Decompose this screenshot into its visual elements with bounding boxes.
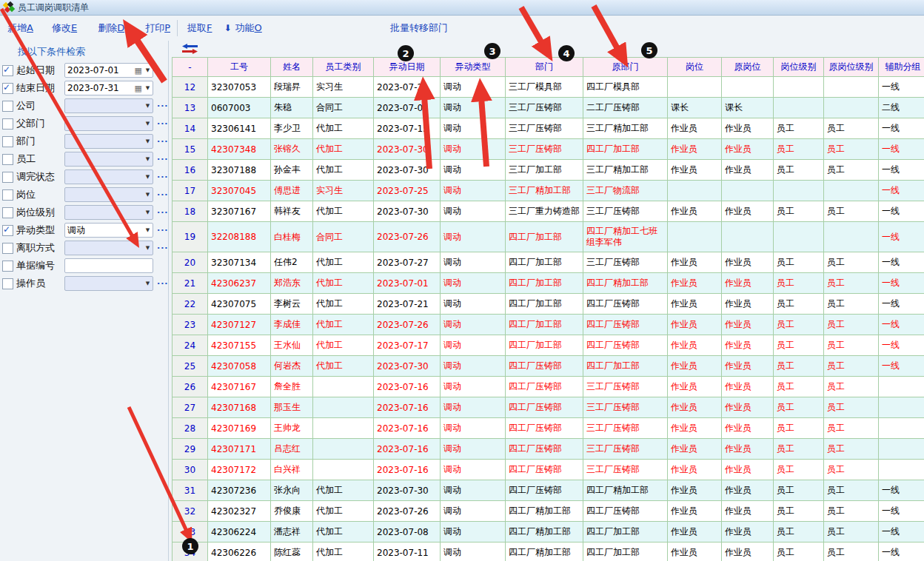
cell[interactable]: 员工 bbox=[824, 501, 879, 522]
cell[interactable]: 代加工 bbox=[313, 522, 374, 542]
filter-combo[interactable]: ▼ bbox=[64, 241, 153, 255]
cell[interactable] bbox=[879, 418, 924, 439]
cell[interactable]: 调动 bbox=[441, 335, 506, 356]
cell[interactable]: 42306237 bbox=[208, 273, 271, 294]
cell[interactable]: 张永向 bbox=[271, 480, 313, 501]
cell[interactable]: 三工厂压铸部 bbox=[506, 139, 583, 160]
cell[interactable]: 42302327 bbox=[208, 501, 271, 522]
filter-combo[interactable]: ▼ bbox=[64, 276, 153, 291]
cell[interactable]: 三工厂精加工部 bbox=[583, 160, 668, 181]
table-row[interactable]: 2342307127李成佳代加工2023-07-26调动四工厂加工部四工厂压铸部… bbox=[173, 315, 924, 335]
dropdown-arrow-icon[interactable]: ▼ bbox=[143, 85, 153, 91]
dropdown-arrow-icon[interactable]: ▼ bbox=[143, 138, 153, 144]
cell[interactable] bbox=[668, 222, 722, 252]
cell[interactable]: 三工厂加工部 bbox=[506, 160, 583, 181]
filter-checkbox[interactable] bbox=[2, 101, 13, 112]
cell[interactable]: 作业员 bbox=[668, 139, 722, 160]
cell[interactable] bbox=[722, 77, 774, 98]
cell[interactable]: 段瑞昇 bbox=[271, 77, 313, 98]
cell[interactable]: 作业员 bbox=[668, 294, 722, 315]
cell[interactable]: 2023-07-21 bbox=[374, 294, 441, 315]
cell[interactable]: 2023-07-21 bbox=[374, 77, 441, 98]
cell[interactable]: 作业员 bbox=[668, 377, 722, 397]
cell[interactable] bbox=[824, 181, 879, 201]
cell[interactable]: 代加工 bbox=[313, 118, 374, 139]
cell[interactable]: 作业员 bbox=[722, 480, 774, 501]
column-header[interactable]: 原岗位 bbox=[722, 58, 774, 77]
cell[interactable]: 课长 bbox=[668, 98, 722, 118]
cell[interactable]: 实习生 bbox=[313, 181, 374, 201]
cell[interactable]: 代加工 bbox=[313, 315, 374, 335]
filter-combo[interactable]: ▼ bbox=[64, 187, 153, 202]
cell[interactable]: 四工厂精加工部 bbox=[506, 522, 583, 542]
cell[interactable]: 2023-07-16 bbox=[374, 418, 441, 439]
cell[interactable]: 员工 bbox=[774, 273, 824, 294]
cell[interactable]: 三工厂压铸部 bbox=[583, 439, 668, 460]
column-header[interactable]: 岗位级别 bbox=[774, 58, 824, 77]
cell[interactable]: 员工 bbox=[774, 252, 824, 273]
cell[interactable]: 调动 bbox=[441, 222, 506, 252]
cell[interactable]: 员工 bbox=[774, 542, 824, 561]
cell[interactable] bbox=[824, 98, 879, 118]
cell[interactable]: 三工厂压铸部 bbox=[583, 201, 668, 222]
cell[interactable]: 42306224 bbox=[208, 522, 271, 542]
cell[interactable]: 四工厂精加工部 bbox=[583, 273, 668, 294]
cell[interactable]: 2023-07-30 bbox=[374, 160, 441, 181]
cell[interactable]: 调动 bbox=[441, 439, 506, 460]
table-row[interactable]: 3442306226陈红蕊代加工2023-07-11调动四工厂精加工部四工厂加工… bbox=[173, 542, 924, 561]
table-row[interactable]: 3042307172白兴祥2023-07-16调动四工厂压铸部三工厂压铸部作业员… bbox=[173, 460, 924, 480]
cell[interactable]: 调动 bbox=[441, 418, 506, 439]
cell[interactable]: 白桂梅 bbox=[271, 222, 313, 252]
cell[interactable] bbox=[774, 98, 824, 118]
dropdown-arrow-icon[interactable]: ▼ bbox=[143, 209, 153, 215]
cell[interactable]: 作业员 bbox=[668, 356, 722, 377]
cell[interactable] bbox=[722, 181, 774, 201]
cell[interactable]: 调动 bbox=[441, 160, 506, 181]
column-header[interactable]: 辅助分组 bbox=[879, 58, 924, 77]
cell[interactable] bbox=[879, 460, 924, 480]
cell[interactable]: 何岩杰 bbox=[271, 356, 313, 377]
cell[interactable]: 一线 bbox=[879, 77, 924, 98]
cell[interactable]: 作业员 bbox=[722, 160, 774, 181]
cell[interactable]: 四工厂压铸部 bbox=[506, 377, 583, 397]
cell[interactable]: 员工 bbox=[824, 252, 879, 273]
cell[interactable]: 四工厂加工部 bbox=[583, 139, 668, 160]
cell[interactable]: 四工厂精加工部 bbox=[506, 501, 583, 522]
table-row[interactable]: 2642307167詹全胜2023-07-16调动四工厂压铸部三工厂压铸部作业员… bbox=[173, 377, 924, 397]
cell[interactable]: 员工 bbox=[774, 397, 824, 418]
dropdown-arrow-icon[interactable]: ▼ bbox=[143, 192, 153, 198]
cell[interactable]: 作业员 bbox=[668, 335, 722, 356]
cell[interactable]: 员工 bbox=[824, 160, 879, 181]
cell[interactable]: 四工厂精加工部 bbox=[506, 542, 583, 561]
table-row[interactable]: 2142306237郑浩东代加工2023-07-01调动四工厂加工部四工厂精加工… bbox=[173, 273, 924, 294]
filter-checkbox[interactable] bbox=[2, 278, 13, 289]
cell[interactable]: 2023-07-27 bbox=[374, 252, 441, 273]
cell[interactable]: 员工 bbox=[824, 118, 879, 139]
cell[interactable]: 员工 bbox=[774, 460, 824, 480]
cell[interactable] bbox=[668, 77, 722, 98]
filter-checkbox[interactable] bbox=[2, 189, 13, 201]
cell[interactable]: 三工厂精加工部 bbox=[506, 181, 583, 201]
cell[interactable]: 作业员 bbox=[668, 542, 722, 561]
filter-checkbox[interactable] bbox=[2, 172, 13, 183]
table-row[interactable]: 2542307058何岩杰代加工2023-07-30调动四工厂压铸部四工厂加工部… bbox=[173, 356, 924, 377]
cell[interactable]: 42307075 bbox=[208, 294, 271, 315]
cell[interactable]: 32307134 bbox=[208, 252, 271, 273]
calendar-icon[interactable]: ▦ bbox=[135, 84, 142, 93]
cell[interactable]: 一线 bbox=[879, 294, 924, 315]
cell[interactable] bbox=[722, 222, 774, 252]
cell[interactable]: 一线 bbox=[879, 315, 924, 335]
cell[interactable]: 李少卫 bbox=[271, 118, 313, 139]
cell[interactable]: 吕志红 bbox=[271, 439, 313, 460]
cell[interactable]: 代加工 bbox=[313, 356, 374, 377]
cell[interactable]: 三工厂压铸部 bbox=[583, 377, 668, 397]
filter-combo[interactable]: 2023-07-31▦▼ bbox=[64, 81, 153, 95]
filter-combo[interactable]: ▼ bbox=[64, 98, 153, 113]
cell[interactable]: 42307058 bbox=[208, 356, 271, 377]
cell[interactable]: 32307188 bbox=[208, 160, 271, 181]
cell[interactable]: 二工厂压铸部 bbox=[583, 98, 668, 118]
cell[interactable]: 42307127 bbox=[208, 315, 271, 335]
cell[interactable]: 白兴祥 bbox=[271, 460, 313, 480]
cell[interactable]: 四工厂精加工七班组李军伟 bbox=[583, 222, 668, 252]
cell[interactable]: 员工 bbox=[824, 335, 879, 356]
